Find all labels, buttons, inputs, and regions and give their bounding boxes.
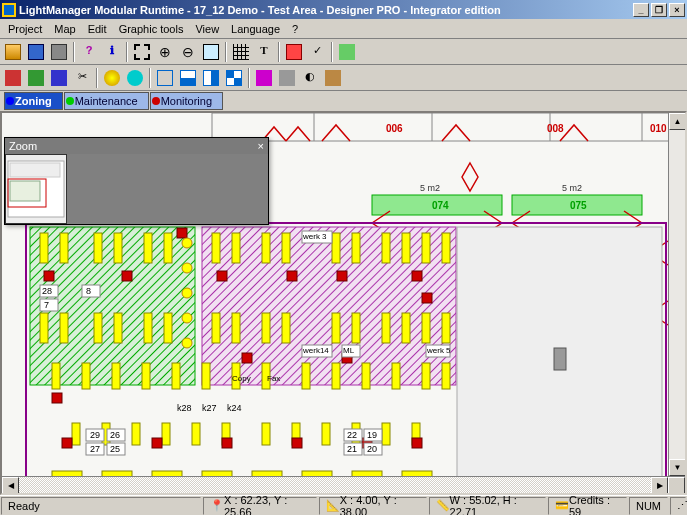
tool-c-icon[interactable] xyxy=(336,41,358,63)
svg-rect-83 xyxy=(122,271,132,281)
floorplan-canvas[interactable]: 006 008 010 074 075 5 m2 5 m2 28 8 7 k28… xyxy=(2,113,670,495)
scroll-down-button[interactable]: ▼ xyxy=(669,459,686,476)
svg-rect-57 xyxy=(332,363,340,389)
titlebar: LightManager Modular Runtime - 17_12 Dem… xyxy=(0,0,687,19)
scroll-left-button[interactable]: ◀ xyxy=(2,477,19,494)
svg-rect-23 xyxy=(60,313,68,343)
lamp-icon[interactable] xyxy=(101,67,123,89)
svg-rect-46 xyxy=(422,313,430,343)
svg-rect-43 xyxy=(352,313,360,343)
zoom-panel-body[interactable] xyxy=(5,154,268,224)
menu-help[interactable]: ? xyxy=(286,21,304,37)
minimize-button[interactable]: _ xyxy=(633,3,649,17)
hscroll-track[interactable] xyxy=(19,477,651,493)
print-icon[interactable] xyxy=(48,41,70,63)
scroll-corner xyxy=(668,477,685,494)
dot-icon xyxy=(66,97,74,105)
svg-rect-48 xyxy=(52,363,60,389)
svg-rect-60 xyxy=(422,363,430,389)
misc2-icon[interactable] xyxy=(276,67,298,89)
separator xyxy=(96,68,98,88)
svg-rect-88 xyxy=(52,393,62,403)
svg-rect-56 xyxy=(302,363,310,389)
tab-zoning[interactable]: Zoning xyxy=(4,92,63,110)
status-credits: 💳 Credits : 59 xyxy=(548,497,627,515)
tab-maintenance-label: Maintenance xyxy=(75,95,138,107)
svg-rect-19 xyxy=(114,233,122,263)
shape2-icon[interactable] xyxy=(25,67,47,89)
maximize-button[interactable]: ❐ xyxy=(651,3,667,17)
zoom-panel[interactable]: Zoom × xyxy=(4,137,269,225)
tab-monitoring[interactable]: Monitoring xyxy=(150,92,223,110)
sensor-icon[interactable] xyxy=(124,67,146,89)
open-icon[interactable] xyxy=(2,41,24,63)
info-icon[interactable]: ℹ xyxy=(101,41,123,63)
svg-rect-82 xyxy=(44,271,54,281)
misc3-icon[interactable]: ◐ xyxy=(299,67,321,89)
svg-rect-50 xyxy=(112,363,120,389)
resize-grip[interactable]: ⋰ xyxy=(670,497,686,515)
tool-b-icon[interactable]: ✓ xyxy=(306,41,328,63)
vscroll-track[interactable] xyxy=(669,130,685,459)
svg-rect-33 xyxy=(352,233,360,263)
scroll-right-button[interactable]: ▶ xyxy=(651,477,668,494)
menu-edit[interactable]: Edit xyxy=(82,21,113,37)
menu-view[interactable]: View xyxy=(189,21,225,37)
horizontal-scrollbar[interactable]: ◀ ▶ xyxy=(2,476,685,493)
view-tabs: Zoning Maintenance Monitoring xyxy=(0,91,687,111)
svg-rect-49 xyxy=(82,363,90,389)
svg-point-103 xyxy=(182,338,192,348)
svg-rect-47 xyxy=(442,313,450,343)
zoom-out-icon[interactable]: ⊖ xyxy=(177,41,199,63)
zoom-thumbnail[interactable] xyxy=(5,154,67,224)
svg-rect-65 xyxy=(162,423,170,445)
menu-map[interactable]: Map xyxy=(48,21,81,37)
tab-monitoring-label: Monitoring xyxy=(161,95,212,107)
area-5m2-a: 5 m2 xyxy=(420,183,440,193)
svg-rect-39 xyxy=(232,313,240,343)
svg-rect-32 xyxy=(332,233,340,263)
menu-language[interactable]: Language xyxy=(225,21,286,37)
menu-graphictools[interactable]: Graphic tools xyxy=(113,21,190,37)
layout4-icon[interactable] xyxy=(223,67,245,89)
zoom-fit-icon[interactable] xyxy=(200,41,222,63)
svg-point-101 xyxy=(182,288,192,298)
tool-a-icon[interactable] xyxy=(283,41,305,63)
zoom-in-icon[interactable]: ⊕ xyxy=(154,41,176,63)
shape1-icon[interactable] xyxy=(2,67,24,89)
svg-rect-28 xyxy=(212,233,220,263)
vertical-scrollbar[interactable]: ▲ ▼ xyxy=(668,113,685,476)
misc4-icon[interactable] xyxy=(322,67,344,89)
save-icon[interactable] xyxy=(25,41,47,63)
svg-rect-26 xyxy=(144,313,152,343)
label-copy: Copy xyxy=(232,374,251,383)
status-xy-val: X : 4.00, Y : 38.00 xyxy=(340,494,420,516)
grid-icon[interactable] xyxy=(230,41,252,63)
text-icon[interactable]: T xyxy=(253,41,275,63)
label-19: 19 xyxy=(367,430,377,440)
tab-maintenance[interactable]: Maintenance xyxy=(64,92,149,110)
svg-rect-31 xyxy=(282,233,290,263)
misc1-icon[interactable] xyxy=(253,67,275,89)
app-icon xyxy=(2,3,16,17)
layout2-icon[interactable] xyxy=(177,67,199,89)
label-25: 25 xyxy=(110,444,120,454)
shape3-icon[interactable] xyxy=(48,67,70,89)
content-area: 006 008 010 074 075 5 m2 5 m2 28 8 7 k28… xyxy=(0,111,687,495)
status-credits-val: Credits : 59 xyxy=(569,494,620,516)
zoom-window-icon[interactable] xyxy=(131,41,153,63)
zoom-panel-close[interactable]: × xyxy=(258,140,264,152)
svg-rect-27 xyxy=(164,313,172,343)
svg-rect-36 xyxy=(422,233,430,263)
close-button[interactable]: × xyxy=(669,3,685,17)
svg-rect-72 xyxy=(382,423,390,445)
separator xyxy=(278,42,280,62)
help-icon[interactable]: ? xyxy=(78,41,100,63)
layout1-icon[interactable] xyxy=(154,67,176,89)
zoom-panel-header[interactable]: Zoom × xyxy=(5,138,268,154)
svg-rect-98 xyxy=(412,438,422,448)
layout3-icon[interactable] xyxy=(200,67,222,89)
scroll-up-button[interactable]: ▲ xyxy=(669,113,686,130)
cut-icon[interactable]: ✂ xyxy=(71,67,93,89)
menu-project[interactable]: Project xyxy=(2,21,48,37)
